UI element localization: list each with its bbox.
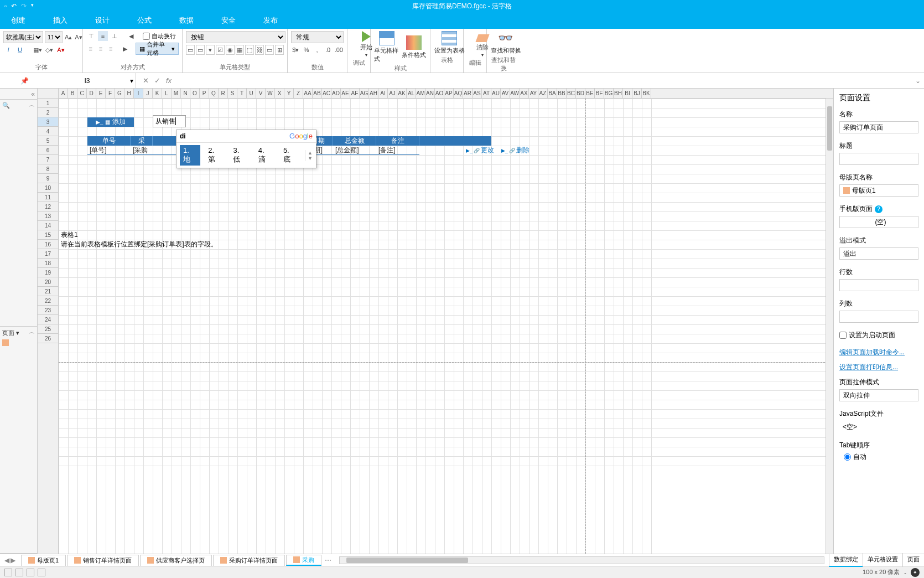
- ime-candidate-5[interactable]: 5. 底: [280, 145, 300, 166]
- ct-icon-6[interactable]: ▦: [236, 45, 245, 55]
- col-header[interactable]: D: [87, 89, 96, 98]
- align-bottom-icon[interactable]: ⊥: [110, 31, 120, 41]
- ct-icon-1[interactable]: ▭: [186, 45, 195, 55]
- row-header[interactable]: 23: [38, 306, 58, 315]
- table-data-cell[interactable]: [总金额]: [333, 146, 376, 154]
- indent-left-icon[interactable]: ◀: [126, 31, 136, 41]
- pin-icon[interactable]: 📌: [20, 77, 29, 85]
- align-left-icon[interactable]: ≡: [86, 44, 95, 54]
- condfmt-button[interactable]: 条件格式: [402, 31, 427, 63]
- col-header[interactable]: AX: [520, 89, 529, 98]
- table-data-cell[interactable]: [单号]: [87, 146, 131, 154]
- row-header[interactable]: 25: [38, 324, 58, 334]
- row-header[interactable]: 13: [38, 211, 58, 221]
- select-all-corner[interactable]: [38, 89, 59, 98]
- row-header[interactable]: 2: [38, 108, 58, 117]
- row-header[interactable]: 20: [38, 277, 58, 287]
- undo-icon[interactable]: ↶: [11, 2, 17, 10]
- col-header[interactable]: AU: [491, 89, 501, 98]
- fx-icon[interactable]: fx: [166, 76, 172, 85]
- col-header[interactable]: AR: [463, 89, 473, 98]
- row-header[interactable]: 8: [38, 164, 58, 174]
- col-header[interactable]: BD: [576, 89, 585, 98]
- col-header[interactable]: AE: [341, 89, 350, 98]
- js-value[interactable]: <空>: [839, 421, 918, 433]
- name-input[interactable]: [839, 121, 918, 133]
- master-select[interactable]: 母版页1: [839, 184, 918, 197]
- align-middle-icon[interactable]: ≡: [98, 31, 108, 41]
- sidebar-section-1[interactable]: 🔍 ︿: [0, 100, 37, 327]
- col-header[interactable]: P: [200, 89, 209, 98]
- ime-nav[interactable]: ▲▼: [305, 150, 313, 161]
- col-header[interactable]: F: [106, 89, 115, 98]
- align-center-icon[interactable]: ≡: [96, 44, 105, 54]
- print-link[interactable]: 设置页面打印信息...: [839, 363, 918, 372]
- col-header[interactable]: I: [134, 89, 143, 98]
- search-icon[interactable]: 🔍: [2, 102, 10, 109]
- row-header[interactable]: 17: [38, 249, 58, 259]
- sidebar-section-page[interactable]: 页面 ▾ ︿: [0, 327, 37, 554]
- delete-link[interactable]: ▶_🔗删除: [501, 146, 530, 155]
- decrease-font-icon[interactable]: A▾: [74, 32, 82, 42]
- align-top-icon[interactable]: ⊤: [86, 31, 96, 41]
- table-data-cell[interactable]: [备注]: [376, 146, 419, 154]
- add-button[interactable]: ▶_ ▦ 添加: [87, 117, 134, 127]
- col-header[interactable]: E: [96, 89, 106, 98]
- col-header[interactable]: BH: [614, 89, 623, 98]
- help-icon[interactable]: ?: [875, 205, 883, 213]
- row-header[interactable]: 1: [38, 99, 58, 108]
- decrease-decimal-icon[interactable]: .00: [334, 45, 344, 55]
- status-icon-3[interactable]: [27, 569, 34, 576]
- row-header[interactable]: 11: [38, 193, 58, 202]
- row-header[interactable]: 24: [38, 315, 58, 324]
- col-header[interactable]: S: [228, 89, 237, 98]
- menu-formula[interactable]: 公式: [132, 13, 157, 28]
- findreplace-button[interactable]: 👓查找和替换: [490, 31, 521, 55]
- indent-right-icon[interactable]: ▶: [121, 44, 129, 54]
- sheet-tab-purchase[interactable]: 采购: [286, 555, 321, 566]
- merge-cells-button[interactable]: ▦ 合并单元格 ▾: [136, 43, 179, 55]
- col-header[interactable]: R: [219, 89, 228, 98]
- ct-icon-10[interactable]: ⊞: [275, 45, 284, 55]
- row-header[interactable]: 3: [38, 117, 58, 127]
- align-right-icon[interactable]: ≡: [107, 44, 115, 54]
- col-header[interactable]: AT: [482, 89, 491, 98]
- comma-icon[interactable]: ,: [313, 45, 321, 55]
- col-header[interactable]: AD: [331, 89, 341, 98]
- col-header[interactable]: AQ: [454, 89, 463, 98]
- col-header[interactable]: BJ: [632, 89, 642, 98]
- row-header[interactable]: 5: [38, 136, 58, 146]
- font-family-select[interactable]: 软雅黑(主题字体): [3, 31, 43, 43]
- row-header[interactable]: 19: [38, 268, 58, 277]
- col-header[interactable]: AO: [435, 89, 444, 98]
- vertical-scrollbar[interactable]: [826, 99, 833, 554]
- onload-link[interactable]: 编辑页面加载时命令...: [839, 348, 918, 357]
- col-header[interactable]: AM: [416, 89, 425, 98]
- cols-input[interactable]: [839, 311, 918, 323]
- formula-expand-icon[interactable]: ⌄: [912, 77, 924, 85]
- row-header[interactable]: 21: [38, 287, 58, 296]
- cancel-icon[interactable]: ✕: [143, 76, 149, 85]
- col-header[interactable]: X: [275, 89, 284, 98]
- col-header[interactable]: BI: [623, 89, 632, 98]
- col-header[interactable]: Y: [284, 89, 294, 98]
- ct-icon-3[interactable]: ▾: [206, 45, 215, 55]
- increase-decimal-icon[interactable]: .0: [323, 45, 332, 55]
- fill-color-icon[interactable]: ◇▾: [44, 45, 54, 55]
- col-header[interactable]: BG: [604, 89, 614, 98]
- formula-input[interactable]: [178, 73, 912, 88]
- overflow-select[interactable]: [839, 247, 918, 260]
- col-header[interactable]: G: [115, 89, 124, 98]
- sheet-tab-purchase-detail[interactable]: 采购订单详情页面: [213, 555, 285, 566]
- col-header[interactable]: AB: [313, 89, 322, 98]
- status-icon-4[interactable]: [38, 569, 45, 576]
- edit-link[interactable]: ▶_🔗更改: [466, 146, 494, 155]
- row-header[interactable]: 15: [38, 230, 58, 240]
- ime-candidate-2[interactable]: 2. 第: [205, 145, 225, 166]
- ct-icon-8[interactable]: ⛓: [255, 45, 264, 55]
- ct-icon-5[interactable]: ◉: [226, 45, 235, 55]
- row-header[interactable]: 22: [38, 296, 58, 306]
- col-header[interactable]: AW: [510, 89, 520, 98]
- col-header[interactable]: BC: [567, 89, 576, 98]
- tab-nav[interactable]: ◀▶: [0, 556, 20, 564]
